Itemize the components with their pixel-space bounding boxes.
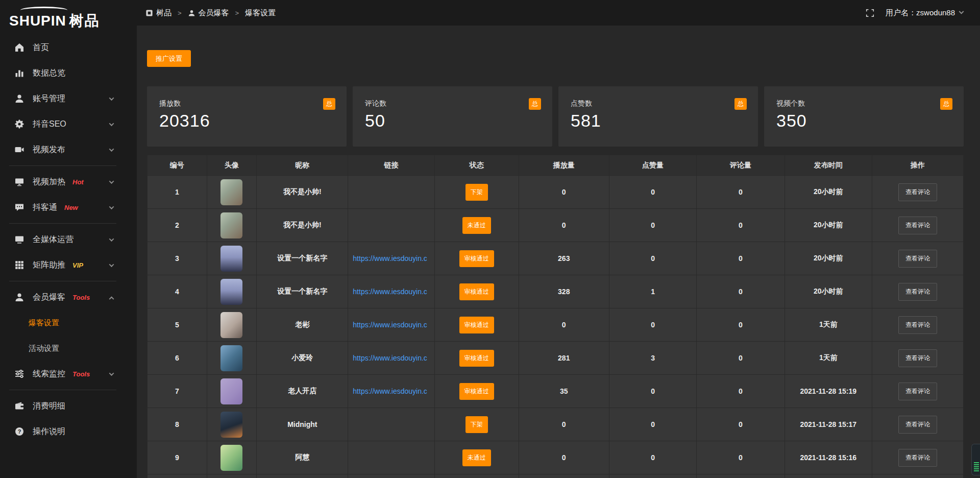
cell-likes: 0 [609,408,696,441]
cell-action: 查看评论 [872,441,963,474]
cell-time: 1天前 [785,308,872,342]
cell-action: 查看评论 [872,408,963,441]
sidebar-item-member-baoke[interactable]: 会员爆客 Tools [0,284,137,310]
logo-text-cn: 树品 [69,13,100,29]
cell-comments: 0 [697,176,785,209]
cell-number: 8 [148,408,207,441]
cell-comments: 0 [697,408,785,441]
new-tag: New [64,204,78,211]
view-comments-button[interactable]: 查看评论 [898,349,937,367]
view-comments-button[interactable]: 查看评论 [898,383,937,400]
grid-icon [14,260,24,270]
cell-link: https://www.iesdouyin.c [348,242,434,275]
sidebar-item-account-management[interactable]: 账号管理 [0,86,137,111]
cell-action: 查看评论 [872,308,963,342]
sidebar-item-douyin-seo[interactable]: 抖音SEO [0,111,137,137]
sidebar-item-allmedia-operation[interactable]: 全媒体运营 [0,227,137,252]
avatar [220,312,242,338]
sidebar-item-clue-monitor[interactable]: 线索监控 Tools [0,361,137,387]
cell-status: 审核通过 [434,342,519,375]
sidebar-divider [9,390,116,390]
cell-avatar [207,176,257,209]
view-comments-button[interactable]: 查看评论 [898,183,937,201]
sidebar-item-douketong[interactable]: 抖客通 New [0,195,137,220]
view-comments-button[interactable]: 查看评论 [898,217,937,234]
avatar [220,445,242,471]
view-comments-button[interactable]: 查看评论 [898,283,937,301]
tools-tag: Tools [72,370,90,378]
cell-link [348,474,434,478]
sidebar-subitem-baoke-settings[interactable]: 爆客设置 [0,310,137,336]
cell-action: 查看评论 [872,176,963,209]
stat-card: 评论数 50 总 [353,86,552,147]
fullscreen-icon[interactable] [866,9,874,17]
breadcrumb-item-member-baoke[interactable]: 会员爆客 [188,8,229,18]
view-comments-button[interactable]: 查看评论 [898,416,937,434]
cell-status: 未通过 [434,441,519,474]
monitor-icon [14,177,24,187]
breadcrumb-separator: > [235,9,239,17]
video-link[interactable]: https://www.iesdouyin.c [353,387,433,395]
status-badge: 未通过 [462,217,491,234]
cell-status: 审核通过 [434,275,519,308]
cell-number: 9 [148,441,207,474]
table-header-cell: 昵称 [257,155,348,176]
cell-link: https://www.iesdouyin.c [348,275,434,308]
cell-number: 4 [148,275,207,308]
sidebar-item-label: 抖客通 [33,202,57,213]
cell-time: 2021-11-28 15:16 [785,441,872,474]
stat-card-label: 视频个数 [776,99,952,108]
cell-status: 审核通过 [434,375,519,408]
user-menu[interactable]: 用户名：zswodun88 [886,8,963,18]
sidebar-item-home[interactable]: 首页 [0,35,137,60]
status-badge: 审核通过 [459,383,494,400]
cell-number: 6 [148,342,207,375]
chevron-down-icon [109,95,114,101]
sidebar-item-operation-guide[interactable]: ? 操作说明 [0,419,137,444]
video-link[interactable]: https://www.iesdouyin.c [353,354,433,362]
chevron-down-icon [109,121,114,126]
sidebar-item-video-heating[interactable]: 视频加热 Hot [0,169,137,195]
content: 推广设置 播放数 20316 总 评论数 50 总 点赞数 581 总 视频个数… [137,26,980,478]
sidebar-item-matrix-boost[interactable]: 矩阵助推 VIP [0,252,137,278]
sidebar-divider [9,281,116,281]
cell-avatar [207,308,257,342]
video-link[interactable]: https://www.iesdouyin.c [353,321,433,329]
cell-comments [697,474,785,478]
sidebar-item-data-overview[interactable]: 数据总览 [0,60,137,86]
sidebar-item-label: 会员爆客 [33,292,65,303]
sidebar-item-consumption-details[interactable]: 消费明细 [0,393,137,419]
cell-status: 未通过 [434,209,519,242]
sidebar-item-label: 矩阵助推 [33,260,65,271]
cell-time: 20小时前 [785,209,872,242]
breadcrumb-item-baoke-settings[interactable]: 爆客设置 [245,8,276,18]
cell-number [148,474,207,478]
cell-likes: 0 [609,176,696,209]
videos-table: 编号头像昵称链接状态播放量点赞量评论量发布时间操作 1 我不是小帅! 下架 0 … [147,155,964,478]
view-comments-button[interactable]: 查看评论 [898,316,937,334]
video-link[interactable]: https://www.iesdouyin.c [353,288,433,296]
chevron-up-icon [109,296,114,301]
sidebar-item-label: 操作说明 [33,426,65,437]
video-link[interactable]: https://www.iesdouyin.c [353,254,433,262]
avatar [220,378,242,404]
floating-widget[interactable] [971,444,980,475]
view-comments-button[interactable]: 查看评论 [898,449,937,467]
view-comments-button[interactable]: 查看评论 [898,250,937,268]
cell-time: 20小时前 [785,176,872,209]
cell-plays: 328 [519,275,609,308]
table-header-cell: 链接 [348,155,434,176]
stat-card: 播放数 20316 总 [147,86,347,147]
breadcrumb-item-shupin[interactable]: 树品 [145,8,172,18]
sidebar-item-video-publish[interactable]: 视频发布 [0,137,137,162]
cell-time: 20小时前 [785,242,872,275]
cell-plays: 263 [519,242,609,275]
promotion-settings-button[interactable]: 推广设置 [147,50,191,67]
sidebar-subitem-activity-settings[interactable]: 活动设置 [0,336,137,361]
stat-card-label: 点赞数 [571,99,747,108]
cell-time [785,474,872,478]
sidebar-item-label: 全媒体运营 [33,234,74,245]
cell-status: 审核通过 [434,242,519,275]
cell-nickname [257,474,348,478]
cell-nickname: 小爱玲 [257,342,348,375]
